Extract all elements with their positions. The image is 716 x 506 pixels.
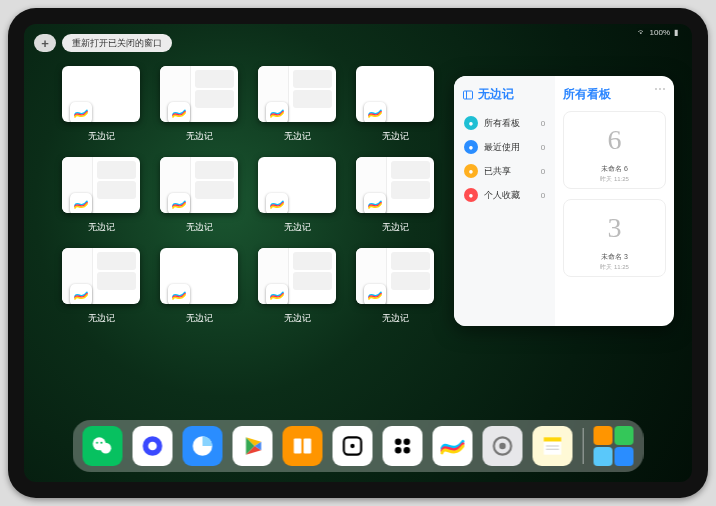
sidebar-item-label: 已共享: [484, 165, 511, 178]
svg-point-20: [404, 447, 411, 454]
sidebar-item[interactable]: ● 最近使用 0: [462, 135, 547, 159]
sidebar-toggle-icon[interactable]: [462, 89, 474, 101]
freeform-app-icon: [70, 284, 92, 304]
freeform-app-icon: [168, 102, 190, 122]
window-thumb[interactable]: 无边记: [356, 157, 434, 234]
freeform-app-icon: [70, 193, 92, 213]
board-card[interactable]: 3 未命名 3 昨天 11:25: [563, 199, 666, 277]
board-preview: 3: [564, 206, 665, 249]
dock-app-books[interactable]: [283, 426, 323, 466]
dock-app-qqbrowser[interactable]: [183, 426, 223, 466]
freeform-app-icon: [70, 102, 92, 122]
board-title: 未命名 6: [601, 161, 628, 175]
heart-icon: ●: [464, 188, 478, 202]
freeform-app-icon: [364, 193, 386, 213]
svg-point-4: [96, 442, 98, 444]
svg-rect-0: [464, 91, 473, 99]
sidebar-title: 无边记: [462, 86, 547, 103]
sidebar-item-label: 最近使用: [484, 141, 520, 154]
window-thumb[interactable]: 无边记: [258, 248, 336, 325]
freeform-app-icon: [266, 284, 288, 304]
svg-rect-24: [544, 442, 561, 455]
window-thumb[interactable]: 无边记: [258, 157, 336, 234]
freeform-app-icon: [266, 102, 288, 122]
app-switcher-topbar: + 重新打开已关闭的窗口: [34, 34, 172, 52]
battery-icon: ▮: [674, 28, 678, 37]
board-subtitle: 昨天 11:25: [600, 263, 629, 276]
sidebar-item[interactable]: ● 个人收藏 0: [462, 183, 547, 207]
window-thumb-label: 无边记: [284, 130, 311, 143]
window-thumb-label: 无边记: [284, 221, 311, 234]
sidebar: 无边记 ● 所有看板 0● 最近使用 0● 已共享 0● 个人收藏 0: [454, 76, 555, 326]
window-thumb-label: 无边记: [186, 312, 213, 325]
sidebar-item[interactable]: ● 已共享 0: [462, 159, 547, 183]
dock-app-game-b[interactable]: [383, 426, 423, 466]
battery-text: 100%: [650, 28, 670, 37]
sidebar-item-count: 0: [541, 191, 545, 200]
window-thumb[interactable]: 无边记: [160, 248, 238, 325]
freeform-app-icon: [364, 102, 386, 122]
dock: [73, 420, 644, 472]
svg-point-18: [404, 438, 411, 445]
window-thumb[interactable]: 无边记: [62, 248, 140, 325]
window-thumb[interactable]: 无边记: [356, 248, 434, 325]
ipad-frame: ᯤ 100% ▮ + 重新打开已关闭的窗口 无边记无边记无边记无边记无边记无边记…: [8, 8, 708, 498]
svg-rect-13: [294, 438, 302, 453]
window-thumb-label: 无边记: [382, 130, 409, 143]
svg-point-7: [148, 442, 157, 451]
svg-rect-14: [304, 438, 312, 453]
window-thumb-label: 无边记: [186, 130, 213, 143]
svg-point-17: [395, 438, 402, 445]
svg-point-5: [100, 442, 102, 444]
window-thumb-label: 无边记: [88, 312, 115, 325]
window-thumb[interactable]: 无边记: [356, 66, 434, 143]
window-thumb[interactable]: 无边记: [160, 157, 238, 234]
freeform-app-icon: [168, 284, 190, 304]
wifi-icon: ᯤ: [638, 28, 646, 37]
board-list-title: 所有看板: [563, 86, 666, 103]
freeform-app-icon: [266, 193, 288, 213]
window-thumb-label: 无边记: [284, 312, 311, 325]
svg-rect-23: [544, 437, 561, 441]
dock-app-quark[interactable]: [133, 426, 173, 466]
clock-icon: ●: [464, 140, 478, 154]
window-thumb[interactable]: 无边记: [160, 66, 238, 143]
dock-app-notes[interactable]: [533, 426, 573, 466]
dock-app-wechat[interactable]: [83, 426, 123, 466]
dock-app-dice[interactable]: [333, 426, 373, 466]
board-card[interactable]: 6 未命名 6 昨天 11:25: [563, 111, 666, 189]
window-thumb[interactable]: 无边记: [62, 66, 140, 143]
sidebar-item-label: 所有看板: [484, 117, 520, 130]
dock-app-freeform[interactable]: [433, 426, 473, 466]
svg-point-16: [350, 444, 354, 448]
board-list-pane: 所有看板 6 未命名 6 昨天 11:253 未命名 3 昨天 11:25: [555, 76, 674, 326]
sidebar-item[interactable]: ● 所有看板 0: [462, 111, 547, 135]
svg-point-22: [499, 443, 506, 450]
window-thumb-label: 无边记: [186, 221, 213, 234]
more-icon[interactable]: ⋯: [654, 82, 666, 96]
home-screen: ᯤ 100% ▮ + 重新打开已关闭的窗口 无边记无边记无边记无边记无边记无边记…: [24, 24, 692, 482]
svg-point-3: [100, 443, 111, 454]
dock-app-settings[interactable]: [483, 426, 523, 466]
board-title: 未命名 3: [601, 249, 628, 263]
window-thumb-label: 无边记: [88, 130, 115, 143]
reopen-closed-window-button[interactable]: 重新打开已关闭的窗口: [62, 34, 172, 52]
status-bar: ᯤ 100% ▮: [638, 28, 678, 37]
dock-app-play[interactable]: [233, 426, 273, 466]
window-thumb-label: 无边记: [382, 312, 409, 325]
sidebar-item-count: 0: [541, 143, 545, 152]
dock-recents-stack[interactable]: [594, 426, 634, 466]
svg-point-19: [395, 447, 402, 454]
window-thumb-label: 无边记: [382, 221, 409, 234]
grid-icon: ●: [464, 116, 478, 130]
window-thumb[interactable]: 无边记: [62, 157, 140, 234]
new-window-button[interactable]: +: [34, 34, 56, 52]
share-icon: ●: [464, 164, 478, 178]
board-subtitle: 昨天 11:25: [600, 175, 629, 188]
sidebar-item-count: 0: [541, 119, 545, 128]
slideover-app-freeform[interactable]: ⋯ 无边记 ● 所有看板 0● 最近使用 0● 已共享 0● 个人收藏 0 所有…: [454, 76, 674, 326]
sidebar-item-label: 个人收藏: [484, 189, 520, 202]
freeform-app-icon: [364, 284, 386, 304]
window-thumb-label: 无边记: [88, 221, 115, 234]
window-thumb[interactable]: 无边记: [258, 66, 336, 143]
